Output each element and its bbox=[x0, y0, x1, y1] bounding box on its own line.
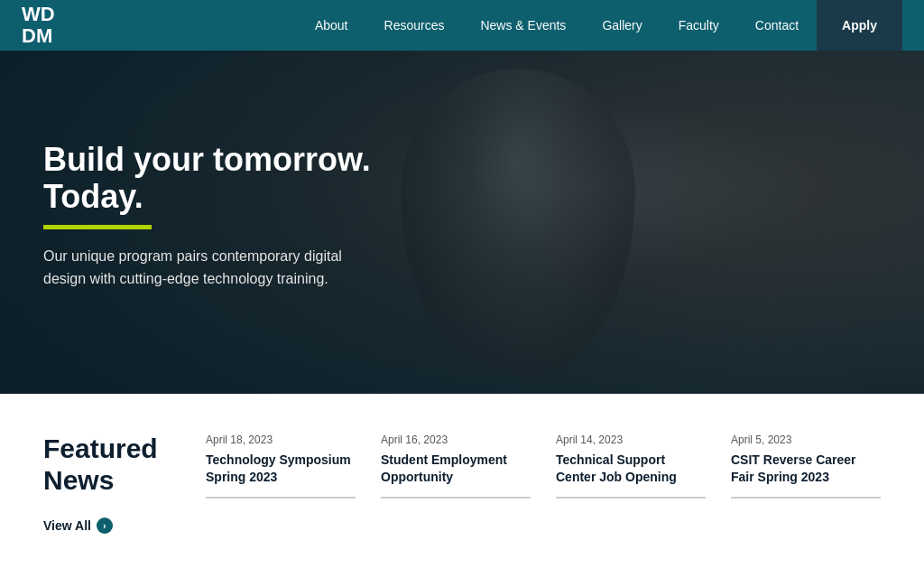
main-nav: About Resources News & Events Gallery Fa… bbox=[297, 0, 902, 51]
news-card-3[interactable]: April 14, 2023 Technical Support Center … bbox=[556, 434, 706, 499]
nav-item-contact[interactable]: Contact bbox=[737, 0, 817, 51]
news-card-title-3: Technical Support Center Job Opening bbox=[556, 452, 706, 486]
nav-item-resources[interactable]: Resources bbox=[366, 0, 463, 51]
news-date-2: April 16, 2023 bbox=[381, 434, 531, 446]
news-card-4[interactable]: April 5, 2023 CSIT Reverse Career Fair S… bbox=[731, 434, 881, 499]
arrow-right-icon: › bbox=[97, 517, 113, 534]
view-all-label: View All bbox=[43, 518, 91, 533]
news-heading: FeaturedNews bbox=[43, 434, 170, 496]
news-card-title-4: CSIT Reverse Career Fair Spring 2023 bbox=[731, 452, 881, 486]
news-date-4: April 5, 2023 bbox=[731, 434, 881, 446]
news-card-title-1: Technology Symposium Spring 2023 bbox=[206, 452, 356, 486]
news-date-1: April 18, 2023 bbox=[206, 434, 356, 446]
nav-item-about[interactable]: About bbox=[297, 0, 366, 51]
nav-item-gallery[interactable]: Gallery bbox=[584, 0, 660, 51]
logo: WDDM bbox=[22, 4, 55, 47]
news-card-title-2: Student Employment Opportunity bbox=[381, 452, 531, 486]
nav-item-faculty[interactable]: Faculty bbox=[661, 0, 737, 51]
hero-subtitle: Our unique program pairs contemporary di… bbox=[43, 246, 368, 291]
apply-button[interactable]: Apply bbox=[817, 0, 902, 51]
hero-section: Build your tomorrow. Today. Our unique p… bbox=[0, 51, 924, 394]
header: WDDM About Resources News & Events Galle… bbox=[0, 0, 924, 51]
hero-content: Build your tomorrow. Today. Our unique p… bbox=[0, 51, 433, 290]
news-date-3: April 14, 2023 bbox=[556, 434, 706, 446]
view-all-link[interactable]: View All › bbox=[43, 517, 170, 534]
news-heading-column: FeaturedNews View All › bbox=[43, 434, 170, 534]
nav-item-news-events[interactable]: News & Events bbox=[462, 0, 584, 51]
news-card-1[interactable]: April 18, 2023 Technology Symposium Spri… bbox=[206, 434, 356, 499]
hero-title: Build your tomorrow. Today. bbox=[43, 141, 433, 216]
news-section: FeaturedNews View All › April 18, 2023 T… bbox=[0, 394, 924, 570]
news-cards-container: April 18, 2023 Technology Symposium Spri… bbox=[206, 434, 881, 499]
news-card-2[interactable]: April 16, 2023 Student Employment Opport… bbox=[381, 434, 531, 499]
hero-accent-bar bbox=[43, 225, 152, 229]
